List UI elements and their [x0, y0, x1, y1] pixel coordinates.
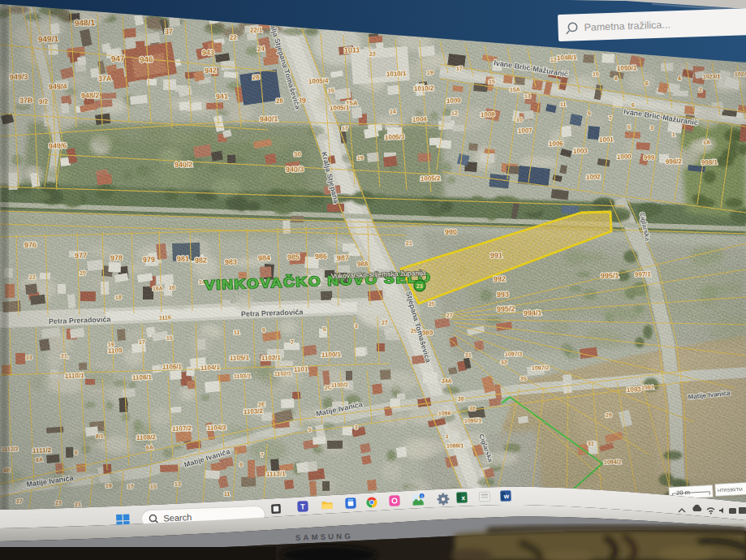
svg-text:x: x [461, 494, 465, 502]
svg-text:w: w [503, 493, 510, 500]
svg-text:Search: Search [163, 512, 192, 523]
svg-text:T: T [300, 502, 305, 510]
